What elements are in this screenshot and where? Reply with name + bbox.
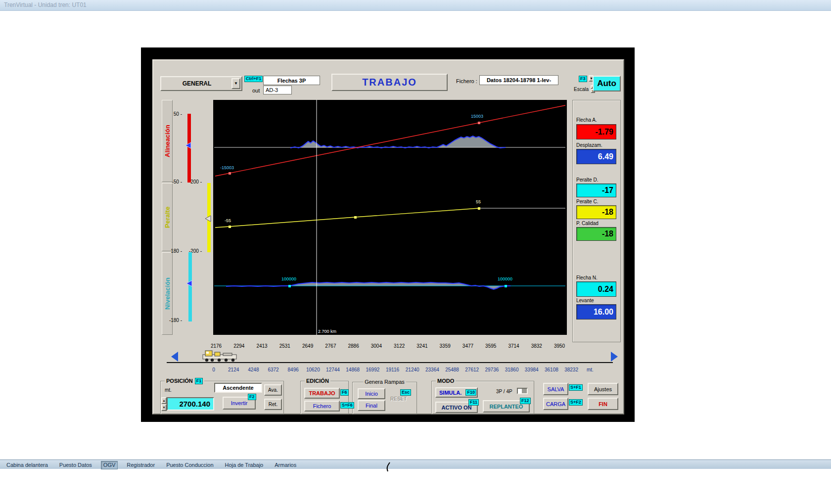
simula-button[interactable]: SIMULA. F10	[435, 387, 478, 398]
ajustes-button[interactable]: Ajustes	[588, 383, 618, 395]
out-field[interactable]: AD-3	[263, 86, 292, 94]
avanzar-button[interactable]: Ava.	[264, 384, 282, 396]
readout-label: Desplazam.	[576, 142, 602, 148]
edicion-fichero-button[interactable]: Fichero	[304, 401, 340, 412]
chart-area[interactable]: -1500315003-55551000001000002.700 km	[213, 100, 567, 335]
peralte-theoretical-line	[215, 208, 479, 228]
distance-axis-label: 10620	[306, 367, 320, 372]
taskbar-item-puesto-datos[interactable]: Puesto Datos	[57, 461, 94, 469]
align-theoretical-line	[215, 105, 565, 176]
fichero-field[interactable]: Datos 18204-18798 1-lev-	[479, 75, 558, 85]
distance-axis-label: 14868	[346, 367, 360, 372]
posicion-shortcut-badge: F1	[195, 378, 203, 384]
readout-panel: Flecha A. -1.79 Desplazam. 6.49 Peralte …	[572, 100, 621, 342]
taskbar-item-registrador[interactable]: Registrador	[124, 461, 157, 469]
taskbar-item-ogv[interactable]: OGV	[101, 461, 118, 469]
distance-axis-label: 6372	[268, 367, 278, 372]
salva-shortcut-badge: S+F1	[569, 384, 583, 391]
peralte-marker-label: 55	[476, 199, 481, 204]
x-axis-label: 3714	[508, 343, 519, 349]
align-marker-icon[interactable]	[185, 142, 191, 149]
distance-axis-label: 8496	[288, 367, 299, 372]
x-axis-label: 3832	[531, 343, 542, 349]
escala-label: Escala	[574, 87, 589, 92]
posicion-group: POSICIÓNF1 mt. Ascendente Ava. ▲ ▼ 2700.…	[160, 381, 284, 414]
replanteo-shortcut-badge: F12	[520, 398, 531, 404]
out-label: out	[252, 88, 260, 93]
salva-button[interactable]: SALVA	[543, 383, 568, 395]
distance-unit-label: mt.	[587, 367, 594, 372]
distance-axis-label: 2124	[228, 367, 239, 372]
cursor-km-label: 2.700 km	[318, 329, 336, 334]
distance-axis-label: 25488	[445, 367, 459, 372]
section-label-peralte: Peralte	[162, 183, 173, 251]
rampa-inicio-button[interactable]: Inicio	[358, 388, 385, 399]
scale-nivel-bottom: -180	[162, 318, 182, 323]
readout-label: Levante	[576, 298, 594, 303]
x-axis-label: 2413	[256, 343, 267, 349]
taskbar-item-puesto-conduccion[interactable]: Puesto Conduccion	[164, 461, 216, 469]
nivel-range-bar[interactable]	[188, 252, 192, 321]
distance-axis-label: 31860	[505, 367, 519, 372]
distance-axis-label: 27612	[465, 367, 479, 372]
carga-button[interactable]: CARGA	[543, 398, 568, 410]
nivel-marker-point	[505, 285, 507, 287]
distance-axis-label: 38232	[564, 367, 578, 372]
window-titlebar[interactable]: TrenVirtual - Unidad tren: UT01	[0, 0, 831, 11]
scroll-right-arrow[interactable]	[611, 352, 618, 362]
position-spinner-up[interactable]: ▲	[161, 397, 167, 404]
fin-button[interactable]: FIN	[588, 398, 618, 410]
readout-value-peralte-d: -17	[576, 183, 616, 197]
posicion-title: POSICIÓNF1	[165, 378, 204, 384]
main-panel: GENERAL ▼ Ctrl+F1 Flechas 3P out AD-3 TR…	[152, 59, 624, 414]
x-axis-label: 3477	[462, 343, 473, 349]
edicion-trabajo-button[interactable]: TRABAJO	[304, 388, 340, 399]
rampa-final-button[interactable]: Final	[358, 400, 385, 411]
edicion-trabajo-shortcut-badge: F6	[340, 389, 349, 396]
distance-axis-label: 12744	[326, 367, 340, 372]
peralte-marker-icon[interactable]	[204, 215, 211, 222]
mode-dropdown-value: GENERAL	[183, 80, 212, 87]
nivel-marker-label: 100000	[498, 276, 512, 281]
chevron-down-icon[interactable]: ▼	[231, 78, 240, 89]
distance-axis-label: 33984	[525, 367, 539, 372]
toggle-3p4p-knob[interactable]	[522, 389, 527, 393]
nivel-marker-icon[interactable]	[185, 280, 192, 287]
readout-value-flecha-n: 0.24	[576, 281, 616, 297]
taskbar-item-hoja-de-trabajo[interactable]: Hoja de Trabajo	[223, 461, 266, 469]
auto-scale-button[interactable]: Auto	[593, 76, 621, 92]
nivel-marker-label: 100000	[281, 276, 296, 281]
direction-field[interactable]: Ascendente	[214, 383, 262, 393]
distance-axis-label: 4248	[248, 367, 259, 372]
position-spinner-down[interactable]: ▼	[161, 404, 167, 411]
scale-nivel-top: 180	[162, 248, 182, 254]
scroll-left-arrow[interactable]	[171, 352, 178, 362]
retroceder-button[interactable]: Ret.	[264, 399, 282, 410]
toggle-3p4p-switch[interactable]	[517, 388, 528, 394]
position-value-display[interactable]: 2700.140	[167, 397, 214, 411]
x-axis-label: 2531	[279, 343, 290, 349]
readout-value-flecha-a: -1.79	[576, 124, 616, 139]
rampas-group: Genera Rampas Inicio Esc Final RESET	[352, 382, 417, 414]
scale-peralte-bottom: -200	[183, 248, 202, 254]
cursor-mark-icon	[384, 461, 392, 472]
posicion-title-text: POSICIÓN	[166, 378, 193, 384]
distance-axis-label: 19116	[386, 367, 399, 372]
x-axis-label: 3241	[416, 343, 427, 349]
train-icon[interactable]	[201, 349, 238, 363]
mode-shortcut-badge: Ctrl+F1	[244, 76, 263, 82]
x-axis-label: 2886	[348, 343, 359, 349]
peralte-marker-label: -55	[225, 218, 231, 223]
distance-axis-label: 21240	[406, 367, 419, 372]
edicion-fichero-shortcut-badge: S+F6	[340, 402, 354, 409]
distance-axis-label: 29736	[485, 367, 499, 372]
taskbar-item-armarios[interactable]: Armarios	[272, 461, 299, 469]
taskbar: Cabina delanteraPuesto DatosOGVRegistrad…	[0, 459, 831, 469]
toggle-3p4p-label: 3P / 4P	[496, 389, 512, 394]
taskbar-item-cabina-delantera[interactable]: Cabina delantera	[4, 461, 50, 469]
flechas-field[interactable]: Flechas 3P	[263, 76, 320, 85]
x-axis-label: 3004	[371, 343, 382, 349]
mode-dropdown[interactable]: GENERAL ▼	[160, 76, 242, 91]
readout-label: P. Calidad	[576, 221, 599, 226]
distance-axis-label: 23364	[425, 367, 439, 372]
